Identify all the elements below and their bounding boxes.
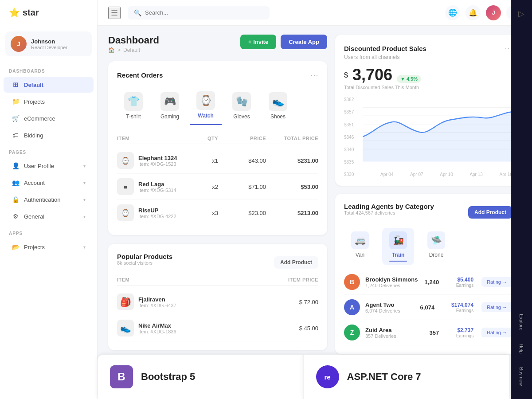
sidebar-item-authentication[interactable]: 🔒 Authentication ▾ — [4, 192, 94, 207]
sidebar-item-label: User Profile — [24, 163, 54, 169]
sidebar-item-user-profile[interactable]: 👤 User Profile ▾ — [4, 158, 94, 174]
sidebar-item-account[interactable]: 👥 Account ▾ — [4, 175, 94, 191]
create-app-button[interactable]: Create App — [281, 35, 327, 49]
sidebar-item-projects-app[interactable]: 📂 Projects ▾ — [4, 239, 94, 255]
order-qty: x2 — [183, 184, 218, 190]
logo-icon: ⭐ — [9, 7, 20, 18]
product-thumb: 👟 — [117, 320, 134, 336]
sidebar: ⭐ star J Johnson React Developer DASHBOA… — [0, 0, 98, 399]
rating-button[interactable]: Rating → — [481, 328, 512, 337]
sidebar-item-label: Default — [24, 82, 43, 88]
col-price: PRICE — [222, 136, 266, 141]
topbar-avatar[interactable]: J — [486, 5, 501, 20]
dtab-drone-label: Drone — [429, 252, 444, 258]
x-label: Apr 07 — [410, 172, 423, 177]
sidebar-item-label: Bidding — [24, 132, 43, 139]
buy-now-label: Buy now — [519, 367, 524, 386]
help-label: Help — [519, 344, 524, 354]
section-label-apps: APPS — [0, 225, 97, 239]
cat-tab-gaming[interactable]: 🎮 Gaming — [153, 87, 186, 125]
sales-number: 3,706 — [352, 67, 392, 83]
col-item: ITEM — [117, 136, 179, 141]
popular-products-title: Popular Products — [117, 253, 172, 260]
globe-icon-btn[interactable]: 🌐 — [445, 5, 460, 20]
agent-name: Agent Two — [365, 301, 400, 308]
buy-now-button[interactable]: Buy now — [516, 363, 527, 390]
cart-icon: 🛒 — [12, 114, 20, 122]
product-thumb: 🎒 — [117, 293, 134, 310]
cat-label-shoes: Shoes — [270, 113, 286, 120]
search-input[interactable] — [145, 9, 263, 16]
van-icon: 🚐 — [351, 231, 369, 249]
sidebar-item-default[interactable]: ⊞ Default — [4, 77, 94, 93]
order-price: $43.00 — [222, 157, 266, 164]
dtab-train[interactable]: 🚂 Train — [382, 228, 414, 265]
avatar: J — [11, 36, 27, 52]
order-total: $213.00 — [270, 210, 318, 216]
cat-tab-tshirt[interactable]: 👕 T-shirt — [117, 87, 150, 125]
agent-deliveries: 6,074 Deliveries — [365, 308, 400, 313]
rating-button[interactable]: Rating → — [481, 277, 512, 287]
agent-name: Zuid Area — [365, 327, 396, 333]
orders-table-header: ITEM QTY PRICE TOTAL PRICE — [117, 133, 318, 144]
breadcrumb-current: Default — [123, 47, 140, 53]
product-row: 🎒 Fjallraven Item: #XDG-6437 $ 72.00 — [117, 289, 318, 315]
person-icon: 👤 — [12, 162, 20, 170]
add-product-leading-button[interactable]: Add Product — [468, 206, 512, 219]
agent-count: 357 — [429, 329, 439, 336]
cat-tab-shoes[interactable]: 👟 Shoes — [262, 87, 294, 125]
dtab-van[interactable]: 🚐 Van — [344, 228, 376, 265]
product-price: $ 45.00 — [265, 325, 318, 332]
add-product-button[interactable]: Add Product — [274, 256, 318, 269]
order-qty: x3 — [183, 210, 218, 216]
order-name: Red Laga — [138, 181, 176, 188]
sales-subtitle: Users from all channels — [344, 54, 512, 60]
x-label: Apr 04 — [380, 172, 393, 177]
collapse-button[interactable]: ☰ — [108, 7, 121, 19]
order-name: Elephant 1324 — [138, 155, 177, 161]
chevron-down-icon: ▾ — [83, 245, 86, 250]
sidebar-item-bidding[interactable]: 🏷 Bidding — [4, 127, 94, 143]
active-tab-underline — [389, 261, 407, 262]
dtab-drone[interactable]: 🛸 Drone — [420, 228, 452, 265]
product-price: $ 72.00 — [265, 299, 318, 305]
section-label-pages: PAGES — [0, 144, 97, 157]
sidebar-item-general[interactable]: ⚙ General ▾ — [4, 208, 94, 224]
chevron-down-icon: ▾ — [83, 214, 86, 219]
grid-icon: ⊞ — [12, 81, 20, 89]
y-label: $362 — [344, 97, 354, 102]
bootstrap-label: Bootstrap 5 — [141, 371, 195, 383]
recent-orders-more[interactable]: ⋯ — [310, 70, 318, 80]
earnings-label: Earnings — [442, 333, 473, 338]
agent-avatar: B — [344, 274, 360, 290]
recent-orders-card: Recent Orders ⋯ 👕 T-shirt 🎮 Gaming — [108, 61, 327, 235]
overlay-cards: B Bootstrap 5 re ASP.NET Core 7 — [98, 355, 509, 399]
earnings-label: Earnings — [438, 308, 473, 313]
user-card: J Johnson React Developer — [5, 31, 92, 56]
explore-label: Explore — [519, 314, 524, 330]
sidebar-item-projects[interactable]: 📁 Projects — [4, 94, 94, 110]
sales-desc: Total Discounted Sales This Month — [344, 85, 512, 90]
table-row: ⌚ RiseUP Item: #XDG-4222 x3 $23.00 $213.… — [117, 200, 318, 226]
order-price: $71.00 — [222, 184, 266, 190]
explore-button[interactable]: Explore — [516, 309, 527, 335]
order-id: Item: #XDG-4222 — [138, 214, 176, 219]
cat-tab-watch[interactable]: ⌚ Watch — [190, 87, 222, 125]
order-qty: x1 — [183, 157, 218, 164]
cat-tab-gloves[interactable]: 🧤 Gloves — [225, 87, 258, 125]
agent-row: A Agent Two 6,074 Deliveries 6,074 $174,… — [344, 295, 512, 320]
panel-arrow-icon[interactable]: ▷ — [518, 9, 524, 19]
invite-button[interactable]: + Invite — [240, 35, 276, 49]
rating-button[interactable]: Rating → — [481, 302, 512, 312]
agent-earnings: $174,074 — [438, 302, 473, 308]
y-label: $340 — [344, 147, 354, 152]
sidebar-item-label: Projects — [24, 98, 45, 105]
help-button[interactable]: Help — [516, 339, 527, 358]
table-row: ⌚ Elephant 1324 Item: #XDG-1523 x1 $43.0… — [117, 148, 318, 174]
topbar-right: 🌐 🔔 J → — [445, 5, 521, 20]
recent-orders-title: Recent Orders — [117, 71, 163, 79]
sidebar-item-ecommerce[interactable]: 🛒 eCommerce — [4, 110, 94, 126]
drone-icon: 🛸 — [427, 231, 445, 249]
bell-icon-btn[interactable]: 🔔 — [466, 5, 481, 20]
logo-area: ⭐ star — [0, 0, 97, 25]
